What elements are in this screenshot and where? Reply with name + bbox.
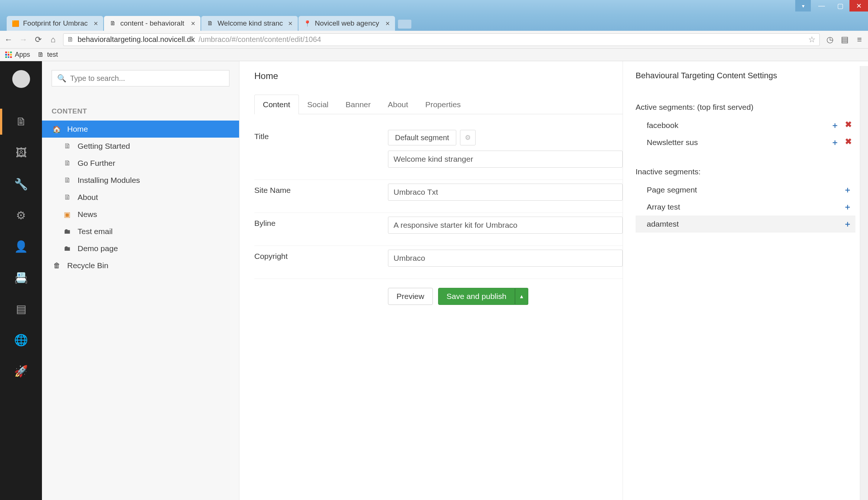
extension-icon[interactable]: ◷: [825, 35, 835, 45]
apps-label: Apps: [15, 51, 30, 59]
members-section-icon[interactable]: 📇: [14, 270, 28, 284]
remove-segment-icon[interactable]: ✖: [845, 137, 852, 148]
field-row-copyright: Copyright: [254, 246, 623, 279]
users-section-icon[interactable]: 👤: [14, 239, 28, 253]
section-rail: 🗎 🖼 🔧 ⚙ 👤 📇 ▤ 🌐 🚀: [0, 61, 42, 500]
segment-row[interactable]: adamtest ＋: [636, 216, 855, 233]
save-publish-button[interactable]: Save and publish: [438, 288, 515, 305]
add-segment-icon[interactable]: ＋: [843, 218, 852, 230]
translation-section-icon[interactable]: 🌐: [14, 333, 28, 347]
tree-node-label: Getting Started: [78, 142, 130, 151]
title-input[interactable]: [388, 151, 623, 168]
active-segments-list: facebook ＋ ✖ Newsletter sus ＋ ✖: [636, 117, 855, 151]
media-section-icon[interactable]: 🖼: [14, 146, 28, 160]
browser-tab[interactable]: 🗎 content - behavioralt ×: [104, 16, 200, 31]
browser-tab[interactable]: 🗎 Welcome kind stranc ×: [201, 16, 298, 31]
extension-icon[interactable]: ▤: [840, 35, 849, 45]
tree-node-label: Home: [67, 125, 88, 134]
caret-up-icon: ▲: [519, 293, 524, 299]
document-icon: 🗎: [63, 142, 72, 150]
page-title: Home: [254, 71, 623, 81]
browser-tab[interactable]: 📍 Novicell web agency ×: [298, 16, 395, 31]
tree-node-label: About: [78, 193, 98, 202]
remove-segment-icon[interactable]: ✖: [845, 120, 852, 131]
tree-panel: 🔍 CONTENT 🏠 Home 🗎 Getting Started 🗎 Go …: [42, 61, 239, 500]
chrome-user-button[interactable]: ▾: [795, 0, 811, 11]
forward-button[interactable]: →: [19, 35, 28, 45]
search-icon: 🔍: [57, 74, 66, 83]
home-button[interactable]: ⌂: [48, 35, 58, 45]
segment-row[interactable]: Newsletter sus ＋ ✖: [636, 134, 855, 151]
browser-tab[interactable]: 🟧 Footprint for Umbrac ×: [7, 16, 103, 31]
gear-icon: ⚙: [465, 134, 471, 142]
segment-name: Newsletter sus: [647, 138, 698, 147]
bookmark-star-icon[interactable]: ☆: [808, 35, 816, 45]
window-close-button[interactable]: ✕: [849, 0, 868, 11]
segment-settings-button[interactable]: ⚙: [460, 130, 476, 145]
search-input[interactable]: [70, 74, 224, 83]
developer-section-icon[interactable]: ⚙: [14, 208, 28, 222]
add-segment-icon[interactable]: ＋: [843, 184, 852, 195]
content-tabs: Content Social Banner About Properties: [254, 95, 623, 114]
browser-tab-title: content - behavioralt: [120, 19, 187, 27]
document-icon: 🗎: [63, 159, 72, 167]
preview-button[interactable]: Preview: [388, 288, 433, 305]
tab-about[interactable]: About: [379, 95, 417, 114]
vertical-scrollbar[interactable]: [860, 66, 868, 500]
chrome-menu-button[interactable]: ≡: [855, 35, 864, 45]
reload-button[interactable]: ⟳: [33, 35, 43, 45]
tab-close-icon[interactable]: ×: [94, 19, 98, 28]
add-segment-icon[interactable]: ＋: [831, 137, 839, 148]
window-minimize-button[interactable]: —: [812, 0, 831, 11]
save-publish-dropdown[interactable]: ▲: [515, 288, 528, 305]
sitename-input[interactable]: [388, 184, 623, 201]
tree-node[interactable]: 🗎 Installing Modules: [42, 172, 239, 189]
window-titlebar: ▾ — ▢ ✕: [0, 0, 868, 14]
document-icon: 🗎: [63, 193, 72, 201]
home-icon: 🏠: [52, 125, 61, 134]
segment-row[interactable]: facebook ＋ ✖: [636, 117, 855, 134]
forms-section-icon[interactable]: ▤: [14, 302, 28, 316]
tree-search[interactable]: 🔍: [52, 70, 229, 86]
tab-social[interactable]: Social: [299, 95, 337, 114]
segment-row[interactable]: Array test ＋: [636, 198, 855, 216]
add-segment-icon[interactable]: ＋: [831, 120, 839, 131]
copyright-input[interactable]: [388, 250, 623, 267]
browser-tab-title: Novicell web agency: [315, 19, 382, 27]
folder-icon: 🖿: [63, 244, 72, 253]
tab-close-icon[interactable]: ×: [288, 19, 293, 28]
content-section-icon[interactable]: 🗎: [14, 115, 28, 129]
tab-close-icon[interactable]: ×: [191, 19, 195, 28]
tab-close-icon[interactable]: ×: [385, 19, 390, 28]
bookmark-item[interactable]: 🗎 test: [37, 51, 58, 59]
byline-input[interactable]: [388, 217, 623, 234]
apps-shortcut[interactable]: Apps: [5, 51, 30, 59]
tree-node-home[interactable]: 🏠 Home: [42, 121, 239, 138]
back-button[interactable]: ←: [4, 35, 13, 45]
settings-section-icon[interactable]: 🔧: [14, 177, 28, 191]
tab-content[interactable]: Content: [254, 95, 299, 114]
tree-node[interactable]: ▣ News: [42, 206, 239, 223]
address-bar[interactable]: 🗎 behavioraltargeting.local.novicell.dk/…: [63, 33, 820, 46]
window-maximize-button[interactable]: ▢: [831, 0, 849, 11]
rocket-section-icon[interactable]: 🚀: [14, 364, 28, 378]
user-avatar[interactable]: [12, 70, 30, 88]
new-tab-button[interactable]: [398, 20, 411, 29]
tab-properties[interactable]: Properties: [417, 95, 469, 114]
tree-node[interactable]: 🗎 About: [42, 189, 239, 206]
favicon-icon: 📍: [304, 20, 311, 27]
segment-row[interactable]: Page segment ＋: [636, 181, 855, 198]
segment-name: facebook: [647, 121, 678, 130]
field-row-byline: Byline: [254, 213, 623, 246]
bookmark-label: test: [47, 51, 58, 59]
tree-node-recycle-bin[interactable]: 🗑 Recycle Bin: [42, 257, 239, 274]
tree-node[interactable]: 🗎 Getting Started: [42, 138, 239, 155]
tree-section-label: CONTENT: [42, 107, 239, 115]
segment-chip[interactable]: Default segment: [388, 130, 456, 145]
add-segment-icon[interactable]: ＋: [843, 201, 852, 213]
tree-node[interactable]: 🗎 Go Further: [42, 155, 239, 172]
tab-banner[interactable]: Banner: [337, 95, 379, 114]
field-label: Byline: [254, 217, 388, 234]
tree-node[interactable]: 🖿 Test email: [42, 223, 239, 240]
tree-node[interactable]: 🖿 Demo page: [42, 240, 239, 257]
